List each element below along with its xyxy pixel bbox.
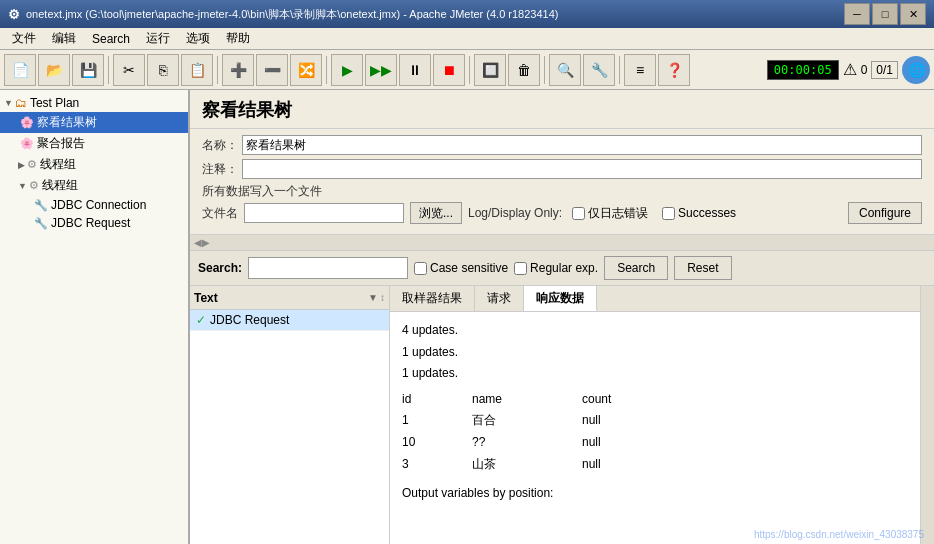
results-area: Text ▼ ↕ ✓ JDBC Request 取样器结果 请求 响应数据 4 … [190,286,934,544]
result-row-jdbc[interactable]: ✓ JDBC Request [190,310,389,331]
cell-2-count: null [582,432,652,454]
globe-button[interactable]: 🌐 [902,56,930,84]
open-button[interactable]: 📂 [38,54,70,86]
toolbar-right: 00:00:05 ⚠ 0 0/1 🌐 [767,56,930,84]
search-label: Search: [198,261,242,275]
separator-2 [217,56,218,84]
start-no-pause-button[interactable]: ▶▶ [365,54,397,86]
menu-search[interactable]: Search [84,28,138,50]
scroll-handle[interactable]: ◀▶ [194,237,210,248]
paste-button[interactable]: 📋 [181,54,213,86]
name-input[interactable] [242,135,922,155]
separator-3 [326,56,327,84]
comment-row: 注释： [202,159,922,179]
new-button[interactable]: 📄 [4,54,36,86]
response-line-2: 1 updates. [402,342,908,364]
file-row: 文件名 浏览... Log/Display Only: 仅日志错误 Succes… [202,202,922,224]
search-button[interactable]: Search [604,256,668,280]
start-button[interactable]: ▶ [331,54,363,86]
success-icon: ✓ [196,313,206,327]
tree-label: 线程组 [40,156,76,173]
find-button[interactable]: 🔍 [549,54,581,86]
tree-label: JDBC Request [51,216,130,230]
tree-item-result-tree[interactable]: 🌸 察看结果树 [0,112,188,133]
table-row: 3 山茶 null [402,454,908,476]
successes-checkbox-label[interactable]: Successes [662,206,736,220]
toolbar: 📄 📂 💾 ✂ ⎘ 📋 ➕ ➖ 🔀 ▶ ▶▶ ⏸ ⏹ 🔲 🗑 🔍 🔧 ≡ ❓ 0… [0,50,934,90]
errors-checkbox[interactable] [572,207,585,220]
log-display-label: Log/Display Only: [468,206,562,220]
copy-button[interactable]: ⎘ [147,54,179,86]
toggle-button[interactable]: 🔀 [290,54,322,86]
errors-label: 仅日志错误 [588,205,648,222]
search-input[interactable] [248,257,408,279]
sort-arrow[interactable]: ▼ [368,292,378,303]
file-input[interactable] [244,203,404,223]
close-button[interactable]: ✕ [900,3,926,25]
comment-label: 注释： [202,161,242,178]
cell-3-name: 山茶 [472,454,582,476]
name-label: 名称： [202,137,242,154]
case-sensitive-label[interactable]: Case sensitive [414,261,508,275]
browse-button[interactable]: 浏览... [410,202,462,224]
configure-button[interactable]: Configure [848,202,922,224]
comment-input[interactable] [242,159,922,179]
save-button[interactable]: 💾 [72,54,104,86]
cell-2-id: 10 [402,432,472,454]
tree-item-jdbc-request[interactable]: 🔧 JDBC Request [0,214,188,232]
tree-label: 察看结果树 [37,114,97,131]
timer-display: 00:00:05 [767,60,839,80]
regexp-label[interactable]: Regular exp. [514,261,598,275]
collapse-button[interactable]: ➖ [256,54,288,86]
app-icon: ⚙ [8,7,20,22]
response-table: id name count 1 百合 null 10 ?? null [402,389,908,475]
text-column-header: Text [194,291,368,305]
thread-icon2: ⚙ [29,179,39,192]
response-line-1: 4 updates. [402,320,908,342]
stop-button[interactable]: ⏹ [433,54,465,86]
main-layout: ▼ 🗂 Test Plan 🌸 察看结果树 🌸 聚合报告 ▶ ⚙ 线程组 ▼ ⚙… [0,90,934,544]
tree-label: 聚合报告 [37,135,85,152]
menu-run[interactable]: 运行 [138,28,178,50]
right-scrollbar[interactable] [920,286,934,544]
remote-button[interactable]: 🔧 [583,54,615,86]
pause-button[interactable]: ⏸ [399,54,431,86]
menu-help[interactable]: 帮助 [218,28,258,50]
tab-response-data[interactable]: 响应数据 [524,286,597,311]
regexp-checkbox[interactable] [514,262,527,275]
tree-item-thread2[interactable]: ▼ ⚙ 线程组 [0,175,188,196]
menu-file[interactable]: 文件 [4,28,44,50]
separator-1 [108,56,109,84]
tree-item-agg-report[interactable]: 🌸 聚合报告 [0,133,188,154]
expand-icon2: ▶ [18,160,25,170]
help-button[interactable]: ❓ [658,54,690,86]
clear-button[interactable]: 🔲 [474,54,506,86]
errors-checkbox-label[interactable]: 仅日志错误 [572,205,648,222]
clear-all-button[interactable]: 🗑 [508,54,540,86]
scroll-arrow[interactable]: ↕ [380,292,385,303]
tree-item-jdbc-connection[interactable]: 🔧 JDBC Connection [0,196,188,214]
successes-checkbox[interactable] [662,207,675,220]
template-button[interactable]: ≡ [624,54,656,86]
window-title: onetext.jmx (G:\tool\jmeter\apache-jmete… [26,7,559,22]
thread-icon: ⚙ [27,158,37,171]
reset-button[interactable]: Reset [674,256,731,280]
menu-options[interactable]: 选项 [178,28,218,50]
response-footer: Output variables by position: [402,483,908,505]
tab-request[interactable]: 请求 [475,286,524,311]
minimize-button[interactable]: ─ [844,3,870,25]
menu-edit[interactable]: 编辑 [44,28,84,50]
case-sensitive-text: Case sensitive [430,261,508,275]
case-sensitive-checkbox[interactable] [414,262,427,275]
menu-bar: 文件 编辑 Search 运行 选项 帮助 [0,28,934,50]
tree-item-thread1[interactable]: ▶ ⚙ 线程组 [0,154,188,175]
tree-item-test-plan[interactable]: ▼ 🗂 Test Plan [0,94,188,112]
expand-button[interactable]: ➕ [222,54,254,86]
maximize-button[interactable]: □ [872,3,898,25]
cut-button[interactable]: ✂ [113,54,145,86]
section-header: 所有数据写入一个文件 [202,183,922,200]
counter-display: 0/1 [871,61,898,79]
results-list-header: Text ▼ ↕ [190,286,389,310]
cell-1-name: 百合 [472,410,582,432]
tab-sampler-result[interactable]: 取样器结果 [390,286,475,311]
